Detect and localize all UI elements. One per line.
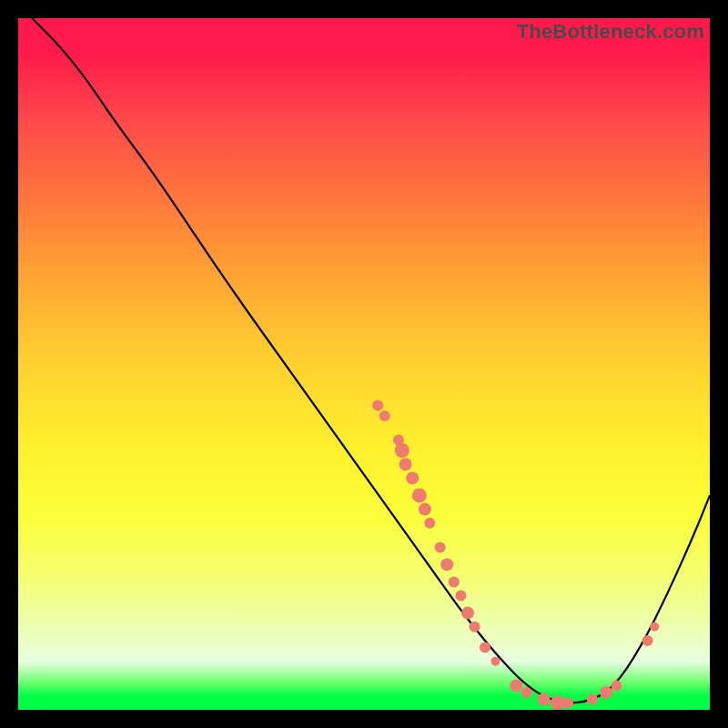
data-point (419, 503, 431, 516)
data-point (480, 642, 490, 653)
chart-points (372, 400, 659, 710)
data-point (379, 410, 390, 421)
data-point (510, 679, 522, 692)
data-point (412, 488, 427, 502)
data-point (424, 518, 435, 529)
data-point (372, 400, 383, 411)
data-point (521, 687, 532, 698)
data-point (642, 635, 653, 646)
data-point (650, 622, 659, 632)
data-point (455, 591, 466, 602)
chart-frame: TheBottleneck.com (18, 18, 710, 710)
data-point (440, 558, 453, 571)
data-point (406, 471, 419, 484)
chart-curve (32, 18, 710, 703)
data-point (461, 607, 474, 620)
data-point (600, 686, 612, 699)
data-point (399, 458, 412, 470)
data-point (538, 693, 551, 706)
data-point (470, 622, 480, 632)
data-point (449, 576, 460, 587)
data-point (490, 657, 500, 666)
data-point (611, 680, 622, 691)
data-point (395, 443, 410, 458)
data-point (435, 541, 446, 552)
data-point (587, 694, 598, 705)
data-point (562, 697, 573, 708)
chart-overlay (18, 18, 710, 710)
